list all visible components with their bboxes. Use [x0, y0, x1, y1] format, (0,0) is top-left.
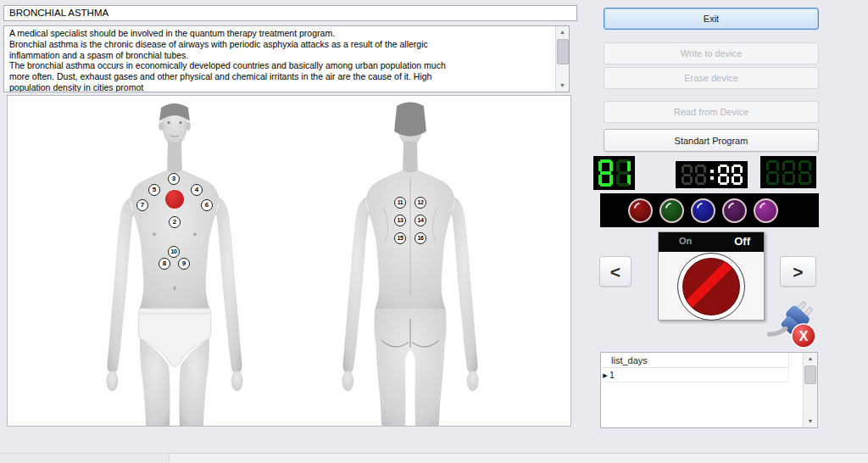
scroll-down-icon[interactable]: ▼: [804, 416, 817, 427]
description-text: A medical specialist should be involved …: [9, 28, 552, 92]
magenta-indicator-button[interactable]: [754, 198, 778, 223]
power-switch-header: On Off: [659, 232, 764, 252]
frequency-display: [760, 156, 816, 188]
status-bar: [0, 453, 868, 463]
therapy-point-13[interactable]: 13: [394, 215, 406, 226]
therapy-point-12[interactable]: 12: [415, 197, 426, 209]
disease-title-field[interactable]: [3, 5, 577, 21]
therapy-point-16[interactable]: 16: [415, 232, 426, 244]
write-to-device-button[interactable]: Write to device: [604, 42, 819, 64]
row-selector-marker: ▶: [601, 368, 609, 382]
days-grid-scrollbar[interactable]: ▲ ▼: [803, 353, 817, 427]
front-body-figure: [90, 98, 259, 427]
status-cell: [0, 454, 86, 463]
scrollbar-thumb[interactable]: [804, 365, 816, 384]
power-knob-ring: [677, 253, 745, 321]
therapy-point-11[interactable]: 11: [394, 197, 406, 209]
therapy-point-14[interactable]: 14: [415, 215, 426, 226]
exit-button[interactable]: Exit: [604, 8, 819, 30]
red-indicator-button[interactable]: [628, 198, 653, 223]
active-point-marker[interactable]: [165, 190, 184, 209]
days-grid-row[interactable]: ▶1: [601, 368, 789, 382]
on-label: On: [679, 236, 692, 246]
therapy-point-8[interactable]: 8: [159, 258, 170, 270]
next-button[interactable]: >: [780, 256, 816, 287]
body-panel: 3547621089111213141516: [7, 95, 571, 427]
power-knob[interactable]: [682, 258, 740, 315]
read-from-device-button[interactable]: Read from Device: [604, 101, 819, 123]
therapy-point-9[interactable]: 9: [178, 258, 190, 270]
scroll-up-icon[interactable]: ▲: [556, 26, 569, 38]
description-box[interactable]: A medical specialist should be involved …: [3, 25, 570, 92]
erase-device-button[interactable]: Erase device: [604, 67, 819, 89]
back-body-figure: [326, 98, 495, 427]
scroll-down-icon[interactable]: ▼: [556, 80, 569, 92]
quantum-therapy-window: A medical specialist should be involved …: [0, 0, 868, 463]
device-disconnected-icon: X: [767, 298, 820, 351]
scrollbar-thumb[interactable]: [557, 39, 569, 64]
scroll-up-icon[interactable]: ▲: [804, 353, 817, 365]
therapy-point-3[interactable]: 3: [168, 173, 180, 185]
therapy-point-6[interactable]: 6: [201, 199, 213, 211]
off-label: Off: [734, 235, 750, 248]
day-counter-display: [593, 156, 635, 190]
status-cell: [85, 454, 170, 463]
indicator-button-panel: [600, 193, 819, 227]
description-scrollbar[interactable]: ▲ ▼: [555, 26, 569, 92]
therapy-point-7[interactable]: 7: [136, 199, 148, 211]
days-grid: list_days ▶1 ▲ ▼: [600, 352, 818, 428]
previous-button[interactable]: <: [599, 256, 632, 287]
days-grid-header: list_days: [601, 353, 789, 368]
blue-indicator-button[interactable]: [691, 198, 715, 223]
therapy-point-15[interactable]: 15: [394, 232, 406, 244]
timer-clock-display: [676, 161, 748, 188]
therapy-point-5[interactable]: 5: [148, 184, 160, 196]
svg-text:X: X: [799, 329, 809, 343]
standart-program-button[interactable]: Standart Program: [604, 129, 819, 152]
day-value: 1: [609, 368, 615, 382]
therapy-point-2[interactable]: 2: [169, 216, 181, 228]
purple-dark-indicator-button[interactable]: [722, 198, 747, 223]
green-indicator-button[interactable]: [659, 198, 684, 223]
therapy-point-4[interactable]: 4: [191, 184, 203, 196]
therapy-point-10[interactable]: 10: [168, 246, 180, 258]
power-switch: On Off: [658, 232, 765, 321]
